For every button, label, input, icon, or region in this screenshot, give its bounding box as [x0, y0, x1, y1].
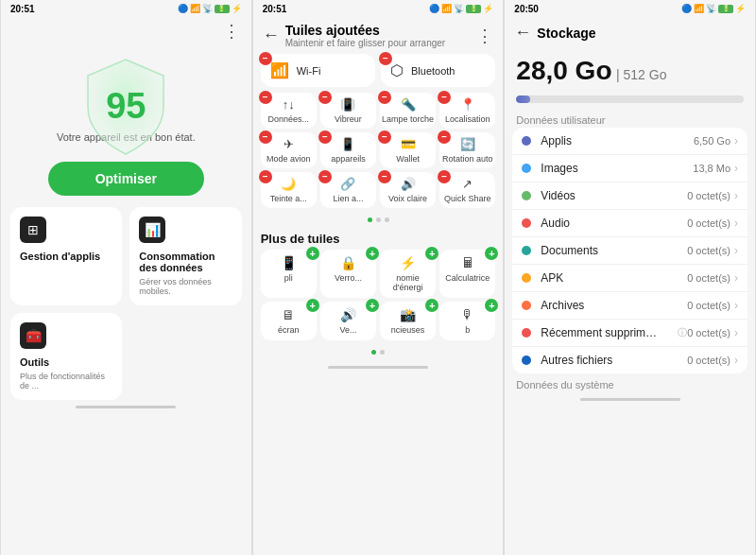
tuile-appareils[interactable]: − 📱 appareils	[320, 132, 376, 168]
remove-rotation[interactable]: −	[438, 130, 451, 144]
plus-energie[interactable]: + ⚡ nomie d'énergi	[380, 250, 436, 298]
plus-ve[interactable]: + 🔊 Ve...	[320, 302, 376, 340]
storage-item-documents[interactable]: Documents 0 octet(s) ›	[512, 237, 747, 265]
storage-item-applis[interactable]: Applis 6,50 Go ›	[512, 128, 747, 155]
documents-size: 0 octet(s)	[687, 245, 730, 256]
signal-icon: 📡	[202, 4, 213, 13]
outils-title: Outils	[20, 356, 112, 368]
outils-card[interactable]: 🧰 Outils Plus de fonctionnalités de ...	[10, 313, 122, 400]
vibr-label: Vibreur	[335, 114, 362, 124]
status-icons-2: 🔵 📶 📡 🔋 ⚡	[429, 4, 493, 13]
add-ecran-badge[interactable]: +	[306, 299, 319, 312]
menu-dots-1[interactable]: ⋮	[223, 21, 240, 42]
time-2: 20:51	[263, 4, 287, 14]
plus-calc[interactable]: + 🖩 Calculatrice	[439, 250, 495, 298]
tuile-loc[interactable]: − 📍 Localisation	[439, 93, 495, 129]
remove-wifi-badge[interactable]: −	[259, 52, 272, 65]
bluetooth-status-icon: 🔵	[178, 4, 188, 13]
add-ve-badge[interactable]: +	[366, 299, 379, 312]
tuile-voix[interactable]: − 🔊 Voix claire	[380, 172, 436, 208]
storage-item-apk[interactable]: APK 0 octet(s) ›	[512, 265, 747, 292]
carousel-dots-1	[253, 217, 504, 222]
optimize-button[interactable]: Optimiser	[48, 162, 204, 196]
storage-item-audio[interactable]: Audio 0 octet(s) ›	[512, 210, 747, 237]
plus-photo[interactable]: + 📸 ncieuses	[380, 302, 436, 340]
archives-arrow-icon: ›	[734, 299, 738, 312]
recents-dot	[522, 328, 531, 338]
wifi-tile-icon: 📶	[270, 61, 289, 79]
remove-torch[interactable]: −	[378, 91, 391, 104]
add-mic-badge[interactable]: +	[485, 299, 498, 312]
remove-data[interactable]: −	[259, 91, 272, 104]
recents-info-icon[interactable]: ⓘ	[678, 326, 687, 339]
torch-label: Lampe torche	[382, 114, 434, 124]
plus-verro[interactable]: + 🔒 Verro...	[320, 250, 376, 298]
ve-icon: 🔊	[340, 307, 356, 322]
plus-pli[interactable]: + 📱 pli	[261, 250, 317, 298]
add-energie-badge[interactable]: +	[425, 247, 438, 260]
applis-size: 6,50 Go	[694, 135, 730, 147]
videos-dot	[522, 191, 531, 200]
tuile-rotation[interactable]: − 🔄 Rotation auto	[439, 132, 495, 168]
tuile-wallet[interactable]: − 💳 Wallet	[380, 132, 436, 168]
tuiles-back-button[interactable]: ←	[263, 26, 280, 45]
images-arrow-icon: ›	[734, 162, 738, 175]
bt-tile-icon: ⬡	[390, 61, 404, 79]
time-3: 20:50	[514, 4, 539, 14]
plus-ecran[interactable]: + 🖥 écran	[261, 302, 317, 340]
storage-item-archives[interactable]: Archives 0 octet(s) ›	[512, 292, 747, 320]
battery-icon-2: 🔋	[466, 5, 481, 13]
remove-lien[interactable]: −	[318, 170, 332, 183]
plus-mic[interactable]: + 🎙 b	[439, 302, 495, 340]
tuile-data[interactable]: − ↑↓ Données...	[261, 93, 317, 129]
add-calc-badge[interactable]: +	[485, 247, 498, 260]
verro-icon: 🔒	[340, 255, 356, 270]
storage-item-recents[interactable]: Récemment supprim… ⓘ 0 octet(s) ›	[512, 320, 747, 347]
gestion-applis-card[interactable]: ⊞ Gestion d'applis	[10, 207, 122, 305]
consommation-card[interactable]: 📊 Consommation des données Gérer vos don…	[129, 207, 241, 305]
remove-loc[interactable]: −	[438, 91, 451, 104]
tuile-small-row-2: − ✈ Mode avion − 📱 appareils − 💳 Wallet …	[261, 132, 496, 168]
tuiles-panel: 20:51 🔵 📶 📡 🔋 ⚡ ← Tuiles ajoutées Mainte…	[252, 0, 505, 555]
remove-avion[interactable]: −	[259, 130, 272, 144]
nav-bar-1	[76, 406, 176, 408]
storage-back-button[interactable]: ←	[514, 23, 531, 43]
documents-arrow-icon: ›	[734, 244, 738, 257]
remove-vibr[interactable]: −	[318, 91, 332, 104]
voix-label: Voix claire	[388, 194, 427, 203]
remove-quick[interactable]: −	[438, 170, 451, 183]
audio-arrow-icon: ›	[734, 217, 738, 230]
add-verro-badge[interactable]: +	[366, 247, 379, 260]
tuile-avion[interactable]: − ✈ Mode avion	[261, 132, 317, 168]
storage-item-autres[interactable]: Autres fichiers 0 octet(s) ›	[512, 347, 747, 373]
user-data-section-title: Données utilisateur	[505, 109, 755, 128]
documents-dot	[522, 246, 531, 255]
add-pli-badge[interactable]: +	[306, 247, 319, 260]
storage-item-videos[interactable]: Vidéos 0 octet(s) ›	[512, 182, 747, 210]
remove-teinte[interactable]: −	[259, 170, 272, 183]
remove-voix[interactable]: −	[378, 170, 391, 183]
autres-dot	[522, 356, 531, 365]
recents-arrow-icon: ›	[734, 326, 738, 339]
loc-label: Localisation	[445, 114, 490, 124]
status-icons-3: 🔵 📶 📡 🔋 ⚡	[681, 4, 746, 13]
tuile-teinte[interactable]: − 🌙 Teinte a...	[261, 172, 317, 208]
tuile-bluetooth[interactable]: − ⬡ Bluetooth	[381, 54, 495, 87]
vibr-icon: 📳	[340, 97, 355, 112]
tuile-torch[interactable]: − 🔦 Lampe torche	[380, 93, 436, 129]
add-photo-badge[interactable]: +	[425, 299, 438, 312]
quick-label: Quick Share	[444, 194, 491, 203]
remove-bt-badge[interactable]: −	[379, 52, 392, 65]
feature-grid: ⊞ Gestion d'applis 📊 Consommation des do…	[1, 207, 251, 400]
tuile-lien[interactable]: − 🔗 Lien a...	[320, 172, 376, 208]
tuile-vibr[interactable]: − 📳 Vibreur	[320, 93, 376, 129]
remove-appareils[interactable]: −	[318, 130, 332, 144]
storage-item-images[interactable]: Images 13,8 Mo ›	[512, 155, 747, 182]
apk-arrow-icon: ›	[734, 271, 738, 285]
tuiles-more-button[interactable]: ⋮	[476, 26, 493, 46]
tuile-wifi[interactable]: − 📶 Wi-Fi	[261, 54, 375, 87]
remove-wallet[interactable]: −	[378, 130, 391, 144]
storage-total-value: | 512 Go	[616, 67, 666, 82]
dot-2	[376, 217, 381, 222]
tuile-quick[interactable]: − ↗ Quick Share	[439, 172, 495, 208]
